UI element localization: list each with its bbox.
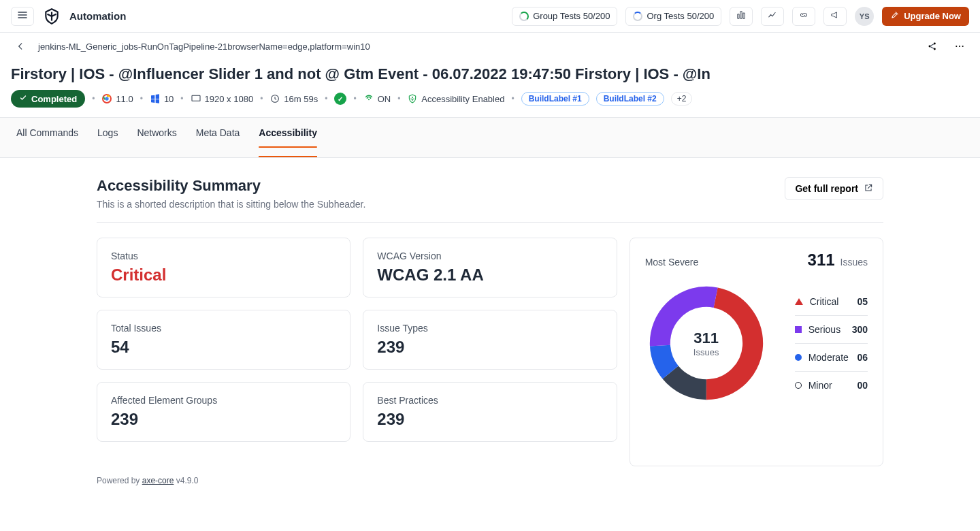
- browser-meta: 11.0: [101, 93, 133, 104]
- card-label: Total Issues: [111, 323, 336, 334]
- legend-row-minor: Minor 00: [795, 372, 868, 399]
- svg-point-4: [959, 46, 960, 47]
- org-tests-label: Org Tests 50/200: [647, 11, 714, 21]
- globe-check-icon: ✓: [334, 93, 346, 105]
- share-button[interactable]: [923, 37, 942, 56]
- build-label[interactable]: BuildLabel #1: [521, 92, 589, 106]
- tab-networks[interactable]: Networks: [137, 118, 176, 157]
- integrations-button[interactable]: [792, 7, 815, 26]
- stats-button[interactable]: [761, 7, 784, 26]
- resolution-meta: 1920 x 1080: [191, 93, 254, 104]
- legend-name: Moderate: [808, 352, 849, 363]
- donut-title: Most Severe: [645, 257, 699, 268]
- card-value: 239: [377, 338, 602, 357]
- legend-name: Serious: [808, 324, 840, 335]
- legend-value: 06: [857, 352, 868, 363]
- grid-button[interactable]: [730, 7, 753, 26]
- card-value: WCAG 2.1 AA: [377, 266, 602, 285]
- section-subtitle: This is a shorted description that is si…: [97, 199, 365, 210]
- card-issue-types: Issue Types 239: [363, 310, 617, 370]
- local-meta: ON: [363, 93, 391, 104]
- link-icon: [799, 10, 808, 22]
- card-affected-groups: Affected Element Groups 239: [97, 382, 350, 442]
- card-label: Issue Types: [377, 323, 602, 334]
- card-value: 239: [111, 410, 336, 429]
- tab-all-commands[interactable]: All Commands: [16, 118, 78, 157]
- top-bar: Automation Group Tests 50/200 Org Tests …: [0, 0, 980, 33]
- powered-prefix: Powered by: [97, 476, 142, 485]
- get-full-report-button[interactable]: Get full report: [785, 177, 883, 200]
- donut-chart: 311 Issues: [645, 282, 768, 404]
- donut-legend: Critical 05 Serious 300: [795, 288, 868, 399]
- report-btn-label: Get full report: [795, 183, 858, 194]
- powered-by: Powered by axe-core v4.9.0: [97, 476, 883, 485]
- trend-icon: [768, 10, 777, 22]
- meta-row: Completed • 11.0 • 10 • 1920 x 1080 •: [11, 90, 969, 117]
- local-state: ON: [378, 94, 391, 104]
- chrome-icon: [101, 93, 112, 104]
- hamburger-icon: [18, 10, 27, 22]
- card-value: 239: [377, 410, 602, 429]
- triangle-up-icon: [795, 298, 803, 305]
- legend-name: Minor: [808, 380, 832, 391]
- accessibility-label: Accessibility Enabled: [421, 94, 504, 104]
- legend-row-critical: Critical 05: [795, 288, 868, 316]
- page-title: Firstory | IOS - @Influencer Slider 1 an…: [11, 65, 969, 83]
- legend-name: Critical: [810, 296, 839, 307]
- donut-total-label: Issues: [840, 257, 868, 268]
- svg-point-7: [105, 97, 109, 100]
- legend-value: 05: [857, 296, 868, 307]
- avatar[interactable]: YS: [855, 7, 874, 26]
- screen-icon: [191, 93, 201, 104]
- announce-button[interactable]: [823, 7, 847, 26]
- breadcrumb-path: jenkins-ML_Generic_jobs-RunOnTagPipeline…: [38, 42, 370, 52]
- svg-point-2: [934, 48, 936, 50]
- brand-logo-icon: [42, 7, 61, 26]
- windows-icon: [150, 93, 161, 104]
- status-text: Completed: [31, 94, 77, 104]
- upgrade-label: Upgrade Now: [904, 11, 961, 21]
- tab-logs[interactable]: Logs: [97, 118, 118, 157]
- more-button[interactable]: [950, 37, 969, 56]
- card-label: Status: [111, 251, 336, 261]
- tabs: All Commands Logs Networks Meta Data Acc…: [0, 117, 980, 158]
- powered-version: v4.9.0: [174, 476, 198, 485]
- section-title: Accessibility Summary: [97, 177, 365, 195]
- card-wcag: WCAG Version WCAG 2.1 AA: [363, 238, 617, 297]
- org-tests-pill[interactable]: Org Tests 50/200: [625, 7, 721, 26]
- circle-icon: [795, 354, 802, 361]
- card-label: Affected Element Groups: [111, 395, 336, 406]
- svg-point-5: [962, 46, 964, 47]
- upgrade-button[interactable]: Upgrade Now: [882, 7, 969, 26]
- rocket-icon: [890, 10, 900, 22]
- grid-icon: [736, 10, 746, 22]
- legend-value: 00: [857, 380, 868, 391]
- axe-core-link[interactable]: axe-core: [142, 476, 174, 485]
- clock-icon: [270, 93, 280, 104]
- external-link-icon: [864, 183, 873, 195]
- group-tests-pill[interactable]: Group Tests 50/200: [512, 7, 617, 26]
- product-name: Automation: [69, 10, 126, 22]
- os-version: 10: [164, 94, 174, 104]
- progress-ring-icon: [519, 12, 529, 21]
- card-value: 54: [111, 338, 336, 357]
- legend-value: 300: [852, 324, 868, 335]
- tab-meta-data[interactable]: Meta Data: [196, 118, 240, 157]
- accessibility-meta: Accessibility Enabled: [407, 93, 504, 104]
- card-total-issues: Total Issues 54: [97, 310, 350, 370]
- duration-meta: 16m 59s: [270, 93, 318, 104]
- megaphone-icon: [830, 10, 840, 22]
- svg-point-11: [412, 97, 413, 98]
- content-area: Accessibility Summary This is a shorted …: [75, 158, 905, 504]
- card-best-practices: Best Practices 239: [363, 382, 617, 442]
- square-icon: [795, 326, 802, 333]
- menu-button[interactable]: [11, 7, 34, 26]
- build-label[interactable]: BuildLabel #2: [596, 92, 664, 106]
- legend-row-moderate: Moderate 06: [795, 344, 868, 372]
- card-most-severe: Most Severe 311 Issues: [630, 238, 883, 466]
- back-button[interactable]: [11, 37, 30, 56]
- extra-labels-count[interactable]: +2: [671, 92, 693, 106]
- svg-rect-8: [192, 95, 200, 101]
- card-status: Status Critical: [97, 238, 350, 297]
- tab-accessibility[interactable]: Accessibility: [259, 118, 317, 157]
